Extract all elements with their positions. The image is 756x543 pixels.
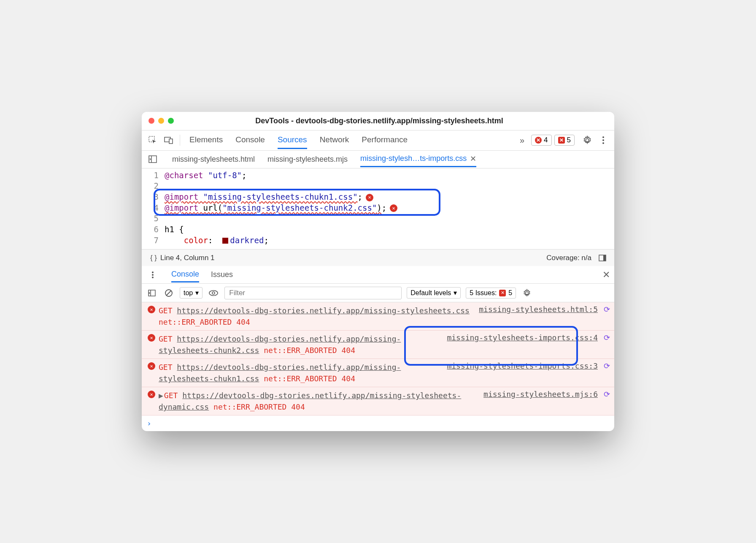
clear-console-icon[interactable] — [163, 287, 175, 299]
file-tab-0[interactable]: missing-stylesheets.html — [172, 152, 255, 166]
error-icon: ✕ — [148, 334, 155, 342]
file-tabs: missing-stylesheets.html missing-stylesh… — [142, 151, 614, 168]
source-link[interactable]: missing-stylesheets-imports.css:4 — [443, 333, 598, 342]
close-tab-icon[interactable]: ✕ — [470, 154, 476, 163]
panel-tabs: Elements Console Sources Network Perform… — [189, 132, 513, 149]
tab-console[interactable]: Console — [235, 132, 265, 149]
live-expression-icon[interactable] — [208, 287, 219, 299]
sync-icon[interactable]: ⟳ — [604, 390, 610, 399]
sidebar-toggle-icon[interactable] — [596, 251, 609, 265]
svg-point-12 — [152, 277, 154, 278]
console-prompt[interactable]: › — [142, 415, 614, 431]
minimize-window-button[interactable] — [158, 118, 164, 124]
editor-statusbar: { } Line 4, Column 1 Coverage: n/a — [142, 249, 614, 266]
console-toolbar: top▾ Default levels▾ 5 Issues:✕5 — [142, 284, 614, 302]
tab-performance[interactable]: Performance — [362, 132, 408, 149]
drawer-close-icon[interactable]: ✕ — [602, 269, 610, 280]
svg-rect-9 — [603, 255, 606, 261]
error-icon: ✕ — [148, 306, 155, 313]
source-link[interactable]: missing-stylesheets.html:5 — [475, 305, 598, 314]
filter-input[interactable] — [224, 287, 402, 299]
console-row[interactable]: ✕ ▶GET https://devtools-dbg-stories.netl… — [142, 387, 614, 415]
issues-badge[interactable]: 5 Issues:✕5 — [466, 288, 516, 299]
source-link[interactable]: missing-stylesheets.mjs:6 — [479, 390, 598, 399]
svg-line-16 — [166, 291, 171, 296]
svg-point-3 — [602, 136, 604, 138]
more-tabs-icon[interactable]: » — [516, 136, 529, 145]
inspect-icon[interactable] — [146, 133, 159, 147]
maximize-window-button[interactable] — [168, 118, 174, 124]
console-row[interactable]: ✕ GET https://devtools-dbg-stories.netli… — [142, 302, 614, 331]
tab-sources[interactable]: Sources — [278, 132, 307, 149]
console-settings-icon[interactable] — [521, 287, 533, 299]
drawer-tab-console[interactable]: Console — [171, 267, 199, 282]
error-icon[interactable]: ✕ — [390, 204, 397, 212]
file-tab-1[interactable]: missing-stylesheets.mjs — [267, 152, 348, 166]
svg-point-18 — [212, 292, 215, 294]
drawer-tab-issues[interactable]: Issues — [211, 268, 233, 282]
svg-point-5 — [602, 142, 604, 144]
settings-icon[interactable] — [580, 133, 594, 147]
kebab-menu-icon[interactable] — [597, 133, 610, 147]
sync-icon[interactable]: ⟳ — [604, 361, 610, 370]
traffic-lights — [148, 118, 174, 124]
svg-point-11 — [152, 274, 154, 276]
console-row[interactable]: ✕ GET https://devtools-dbg-stories.netli… — [142, 331, 614, 359]
error-icon[interactable]: ✕ — [366, 194, 373, 201]
svg-point-4 — [602, 139, 604, 141]
console-row[interactable]: ✕ GET https://devtools-dbg-stories.netli… — [142, 359, 614, 387]
svg-rect-2 — [169, 139, 173, 144]
source-link[interactable]: missing-stylesheets-imports.css:3 — [443, 361, 598, 370]
drawer-kebab-icon[interactable] — [146, 268, 159, 282]
tab-elements[interactable]: Elements — [189, 132, 223, 149]
coverage-status: Coverage: n/a — [546, 254, 591, 262]
error-icon: ✕ — [148, 362, 155, 370]
svg-point-17 — [209, 291, 218, 296]
device-toggle-icon[interactable] — [162, 133, 176, 147]
close-window-button[interactable] — [148, 118, 154, 124]
context-selector[interactable]: top▾ — [180, 287, 202, 299]
code-editor[interactable]: 1@charset "utf-8"; 2 3@import "missing-s… — [142, 168, 614, 249]
titlebar: DevTools - devtools-dbg-stories.netlify.… — [142, 112, 614, 130]
tab-network[interactable]: Network — [320, 132, 349, 149]
main-toolbar: Elements Console Sources Network Perform… — [142, 130, 614, 151]
svg-rect-6 — [149, 156, 157, 163]
drawer-tabs: Console Issues ✕ — [142, 266, 614, 284]
console-output: ✕ GET https://devtools-dbg-stories.netli… — [142, 302, 614, 431]
sync-icon[interactable]: ⟳ — [604, 333, 610, 342]
navigator-toggle-icon[interactable] — [146, 152, 159, 166]
devtools-window: DevTools - devtools-dbg-stories.netlify.… — [142, 112, 614, 431]
console-sidebar-icon[interactable] — [146, 287, 158, 299]
log-levels-selector[interactable]: Default levels▾ — [407, 287, 461, 299]
error-count-badge[interactable]: ✕4 — [531, 135, 551, 146]
cursor-position: Line 4, Column 1 — [160, 254, 215, 262]
sync-icon[interactable]: ⟳ — [604, 305, 610, 314]
svg-point-10 — [152, 272, 154, 273]
file-tab-2[interactable]: missing-stylesh…ts-imports.css✕ — [360, 152, 476, 167]
issue-count-badge[interactable]: ✕5 — [554, 135, 575, 146]
expand-icon[interactable]: ▶ — [159, 391, 163, 400]
error-icon: ✕ — [148, 391, 155, 398]
window-title: DevTools - devtools-dbg-stories.netlify.… — [174, 117, 585, 125]
pretty-print-icon[interactable]: { } — [147, 251, 160, 265]
